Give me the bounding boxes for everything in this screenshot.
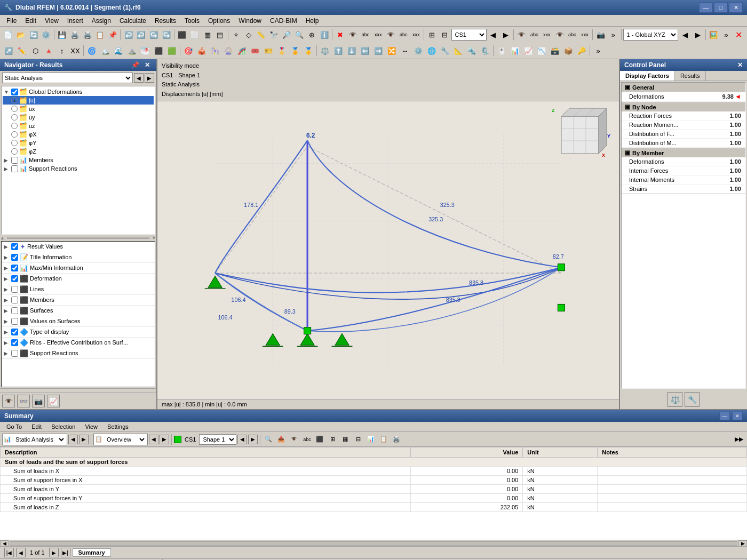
tree-item-uz[interactable]: 🗂️ uz (3, 122, 154, 130)
nav-values-surfaces[interactable]: ▶ ⬛ Values on Surfaces (2, 316, 155, 327)
tb2-10[interactable]: ⛰️ (125, 44, 138, 57)
tb2-3[interactable]: ⬡ (29, 44, 42, 57)
tb-abc4[interactable]: abc (566, 28, 578, 41)
view-combo[interactable]: 1 - Global XYZ (623, 29, 679, 41)
tb2-31[interactable]: ⚙️ (412, 44, 425, 57)
tree-check-support[interactable] (11, 165, 18, 172)
scroll-bar-mid[interactable] (7, 237, 149, 239)
sum-menu-settings[interactable]: Settings (103, 423, 133, 430)
cb-maxmin-info[interactable] (11, 265, 18, 271)
tb-sym[interactable]: ⊕ (306, 28, 318, 41)
hscroll-track[interactable] (10, 541, 737, 546)
tb-paste[interactable]: 📌 (107, 28, 119, 41)
nav-cam-btn[interactable]: 📷 (32, 395, 45, 407)
radio-phiy[interactable] (11, 140, 18, 146)
nav-ribs[interactable]: ▶ 🔷 Ribs - Effective Contribution on Sur… (2, 338, 155, 348)
sum-menu-view[interactable]: View (81, 423, 102, 430)
tb-table2[interactable]: ⊟ (439, 28, 451, 41)
summary-tb-xyz[interactable]: abc (301, 434, 313, 445)
tb2-5[interactable]: ↕️ (55, 44, 68, 57)
tb-settings[interactable]: ⚙️ (40, 28, 52, 41)
tb-ref3[interactable]: 🔍 (293, 28, 305, 41)
tb2-7[interactable]: 🌀 (85, 44, 98, 57)
summary-overview-next[interactable]: ▶ (160, 435, 169, 444)
hscroll-left-btn[interactable]: ◀ (0, 540, 9, 547)
tb-view-prev[interactable]: ◀ (679, 28, 691, 41)
summary-tb-grid3[interactable]: ▦ (339, 434, 351, 445)
nav-filter-next[interactable]: ▶ (145, 73, 154, 83)
summary-tb-print[interactable]: 🖨️ (391, 434, 402, 445)
radio-uz[interactable] (11, 123, 18, 129)
summary-overview-combo[interactable]: Overview (104, 434, 146, 445)
tb-undo[interactable]: ↩️ (122, 28, 134, 41)
tb2-42[interactable]: 📦 (562, 44, 575, 57)
nav-view-btn[interactable]: 👁️ (2, 395, 15, 407)
cb-type-display[interactable] (11, 329, 18, 335)
tb-cs-next[interactable]: ▶ (499, 28, 512, 41)
cb-support-bot[interactable] (11, 350, 18, 357)
tb2-19[interactable]: 🎟️ (249, 44, 261, 57)
tree-item-phiz[interactable]: 🗂️ φZ (3, 147, 154, 156)
radio-u-abs[interactable] (11, 97, 18, 103)
tree-check-global-deformations[interactable] (11, 89, 18, 95)
nav-maxmin-info[interactable]: ▶ 📊 Max/Min Information (2, 263, 155, 274)
menu-results[interactable]: Results (150, 15, 180, 26)
tb-xyz2[interactable]: xxx (410, 28, 422, 41)
cb-surfaces[interactable] (11, 307, 18, 314)
cp-settings-btn[interactable]: 🔧 (685, 392, 700, 407)
summary-tb-export[interactable]: 📤 (275, 434, 287, 445)
tb2-38[interactable]: 📊 (508, 44, 521, 57)
sum-menu-goto[interactable]: Go To (2, 423, 26, 430)
nav-members[interactable]: ▶ ⬛ Members (2, 295, 155, 306)
tb-grid3[interactable]: ▦ (201, 28, 213, 41)
cb-result-values[interactable] (11, 243, 18, 250)
viewport-canvas[interactable]: X Z Y (157, 101, 619, 399)
page-prev-btn[interactable]: ◀ (16, 548, 26, 557)
summary-analysis-combo[interactable]: Static Analysis (12, 434, 66, 445)
nav-close-btn[interactable]: ✕ (142, 61, 152, 69)
cp-section-bymember-header[interactable]: ▣ By Member (622, 148, 745, 157)
sum-menu-selection[interactable]: Selection (47, 423, 80, 430)
tree-item-support-reactions[interactable]: ▶ 📊 Support Reactions (3, 164, 154, 173)
tb-xyz3[interactable]: xxx (541, 28, 553, 41)
tb-view-next[interactable]: ▶ (692, 28, 704, 41)
summary-tb-scroll-right[interactable]: ▶▶ (733, 434, 745, 445)
tree-toggle-support[interactable]: ▶ (4, 166, 11, 172)
tb-more[interactable]: » (607, 28, 619, 41)
tb-abc[interactable]: abc (360, 28, 372, 41)
tree-item-u-abs[interactable]: 🗂️ |u| (3, 96, 154, 105)
cp-section-general-header[interactable]: ▣ General (622, 83, 745, 92)
summary-hscroll[interactable]: ◀ ▶ (0, 540, 747, 546)
nav-title-info[interactable]: ▶ 📝 Title Information (2, 252, 155, 263)
maximize-button[interactable]: □ (714, 2, 728, 13)
tb-ruler[interactable]: 📏 (255, 28, 267, 41)
cb-values-surfaces[interactable] (11, 318, 18, 325)
tb-xyz4[interactable]: xxx (579, 28, 591, 41)
summary-tb-grid5[interactable]: 📊 (365, 434, 377, 445)
cp-tab-results[interactable]: Results (675, 71, 706, 81)
cs-combo[interactable]: CS1 (451, 29, 487, 41)
menu-cad-bim[interactable]: CAD-BIM (266, 15, 301, 26)
tb2-11[interactable]: 🌁 (139, 44, 152, 57)
summary-shape-next[interactable]: ▶ (248, 435, 258, 444)
menu-options[interactable]: Options (204, 15, 234, 26)
tb-grid4[interactable]: ▤ (214, 28, 226, 41)
nav-support-reactions-bot[interactable]: ▶ ⬛ Support Reactions (2, 348, 155, 359)
radio-ux[interactable] (11, 106, 18, 112)
tb2-41[interactable]: 🗃️ (549, 44, 561, 57)
cb-lines[interactable] (11, 286, 18, 293)
hscroll-right-btn[interactable]: ▶ (738, 540, 747, 547)
radio-phiz[interactable] (11, 148, 18, 155)
tb-redo[interactable]: ↪️ (148, 28, 160, 41)
tree-check-members[interactable] (11, 157, 18, 164)
nav-type-display[interactable]: ▶ 🔷 Type of display (2, 327, 155, 338)
menu-tools[interactable]: Tools (180, 15, 204, 26)
tb-pts[interactable]: ✧ (230, 28, 242, 41)
tb-render[interactable]: 🖼️ (708, 28, 720, 41)
tb-ref2[interactable]: 🔎 (281, 28, 293, 41)
tree-item-ux[interactable]: 🗂️ ux (3, 105, 154, 113)
nav-surfaces[interactable]: ▶ ⬛ Surfaces (2, 306, 155, 316)
summary-tb-search[interactable]: 🔍 (263, 434, 274, 445)
nav-lines[interactable]: ▶ ⬛ Lines (2, 284, 155, 295)
tb2-16[interactable]: 🎠 (209, 44, 221, 57)
